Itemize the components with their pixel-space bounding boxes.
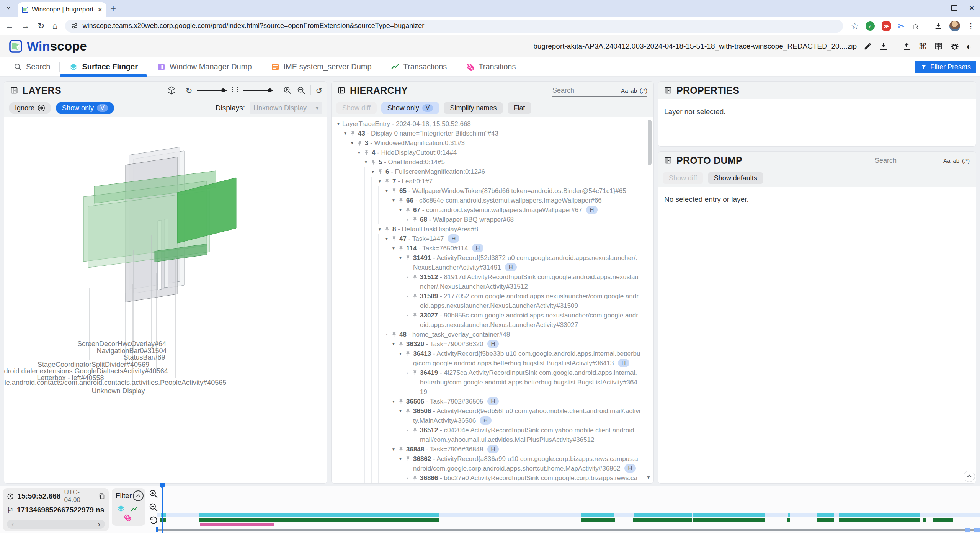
expand-arrow-icon[interactable]: ▼: [348, 138, 356, 148]
pin-icon[interactable]: [412, 475, 418, 481]
scroll-down-icon[interactable]: ▼: [646, 475, 651, 480]
pin-icon[interactable]: [391, 236, 397, 242]
tab-search[interactable]: Search: [5, 57, 59, 76]
extensions-puzzle-icon[interactable]: [911, 22, 920, 30]
pin-icon[interactable]: [364, 150, 369, 155]
extension-scissors-icon[interactable]: ✂: [898, 21, 905, 31]
tree-node[interactable]: ▼5 - OneHanded:0:14#5: [332, 157, 653, 167]
pin-icon[interactable]: [412, 427, 418, 433]
pin-icon[interactable]: [384, 226, 390, 232]
rotation-slider[interactable]: [197, 90, 227, 91]
tab-window-manager-dump[interactable]: Window Manager Dump: [147, 57, 261, 76]
expand-arrow-icon[interactable]: ▼: [390, 445, 397, 454]
transactions-trace-icon[interactable]: [130, 505, 139, 513]
zoom-in-icon[interactable]: [283, 86, 292, 95]
tree-node[interactable]: ▼36413 - ActivityRecord{f5be33b u10 com.…: [332, 349, 653, 368]
pin-icon[interactable]: [350, 131, 356, 136]
ns-timestamp-value[interactable]: 1713469852667522979 ns: [17, 506, 104, 514]
upload-icon[interactable]: [902, 42, 911, 51]
close-window-icon[interactable]: ✕: [969, 5, 975, 11]
expand-arrow-icon[interactable]: ▼: [355, 148, 363, 157]
pin-icon[interactable]: [398, 198, 404, 203]
tree-node[interactable]: ▼36862 - ActivityRecord{a836a99 u10 com.…: [332, 454, 653, 473]
minimize-icon[interactable]: [934, 10, 940, 10]
extension-speed-icon[interactable]: ≫: [882, 21, 891, 31]
pin-icon[interactable]: [412, 274, 418, 280]
shortcuts-icon[interactable]: ⌘: [918, 42, 927, 51]
surface-flinger-trace-icon[interactable]: [117, 504, 125, 513]
tree-node[interactable]: ●48 - home_task_overlay_container#48: [332, 330, 653, 339]
extension-check-icon[interactable]: ✓: [866, 21, 875, 31]
tree-node[interactable]: ▼36848 - Task=7906#36848H: [332, 445, 653, 454]
tree-node[interactable]: ▼36505 - Task=7902#36505H: [332, 397, 653, 406]
show-defaults-chip[interactable]: Show defaults: [708, 172, 763, 184]
downloads-icon[interactable]: [934, 22, 942, 30]
expand-arrow-icon[interactable]: ▼: [397, 454, 404, 464]
tree-node[interactable]: ▼65 - WallpaperWindowToken{87b6d66 token…: [332, 186, 653, 196]
download-trace-icon[interactable]: [879, 42, 888, 51]
spacing-slider[interactable]: [243, 90, 273, 91]
pin-icon[interactable]: [405, 255, 411, 261]
url-text[interactable]: winscope.teams.x20web.corp.google.com/pr…: [83, 22, 425, 30]
home-icon[interactable]: ⌂: [52, 21, 57, 31]
transitions-trace-icon[interactable]: [123, 513, 132, 522]
expand-arrow-icon[interactable]: ▼: [390, 397, 397, 406]
expand-arrow-icon[interactable]: ▼: [390, 244, 397, 253]
timestamp-value[interactable]: 15:50:52.668: [17, 492, 60, 500]
tree-node[interactable]: ▼7 - Leaf:0:1#7: [332, 177, 653, 186]
tree-node[interactable]: ●36512 - c04204e ActivityRecordInputSink…: [332, 425, 653, 445]
tree-node[interactable]: ▼67 - com.android.systemui.wallpapers.Im…: [332, 205, 653, 215]
expand-arrow-icon[interactable]: ▼: [397, 406, 404, 416]
simplify-names-chip[interactable]: Simplify names: [444, 102, 503, 114]
ignore-chip[interactable]: Ignore: [9, 102, 51, 114]
pin-icon[interactable]: [405, 456, 411, 462]
pin-icon[interactable]: [371, 159, 376, 165]
bug-report-icon[interactable]: [950, 42, 959, 51]
expand-arrow-icon[interactable]: ▼: [335, 119, 342, 129]
expand-arrow-icon[interactable]: ▼: [383, 234, 390, 244]
pin-icon[interactable]: [391, 188, 397, 194]
hierarchy-scrollbar[interactable]: [648, 120, 652, 165]
pin-icon[interactable]: [357, 140, 363, 146]
expand-arrow-icon[interactable]: ▼: [362, 157, 370, 167]
expand-arrow-icon[interactable]: ▼: [376, 177, 384, 186]
human-time-row[interactable]: 15:50:52.668 UTC-04:00: [7, 490, 105, 502]
tree-node[interactable]: ▼31491 - ActivityRecord{52d3872 u0 com.g…: [332, 253, 653, 272]
tree-node[interactable]: ●31512 - 81917d ActivityRecordInputSink …: [332, 272, 653, 291]
timeline-zoom-in-icon[interactable]: [149, 489, 158, 499]
match-word-icon[interactable]: ab: [953, 157, 959, 164]
spacing-slider-handle[interactable]: [268, 88, 272, 92]
spacing-icon[interactable]: [231, 86, 239, 95]
ns-time-row[interactable]: ⚐ 1713469852667522979 ns: [7, 504, 105, 516]
tree-node[interactable]: ▼LayerTraceEntry - 2024-04-18, 15:50:52.…: [332, 119, 653, 129]
tree-node[interactable]: ●36419 - 4f275ca ActivityRecordInputSink…: [332, 368, 653, 397]
regex-icon[interactable]: (.*): [962, 157, 970, 164]
tree-node[interactable]: ▼36506 - ActivityRecord{9edb56f u0 com.y…: [332, 406, 653, 425]
tree-node[interactable]: ▼8 - DefaultTaskDisplayArea#8: [332, 224, 653, 234]
show-only-visible-chip[interactable]: Show only V: [56, 102, 114, 114]
tree-node[interactable]: ●33027 - 90b855c com.google.android.apps…: [332, 311, 653, 330]
layers-3d-canvas[interactable]: ScreenDecorHwcOverlay#64NavigationBar0#3…: [4, 117, 327, 483]
pin-icon[interactable]: [398, 341, 404, 347]
expand-arrow-icon[interactable]: ▼: [383, 186, 390, 196]
tab-ime-system-server-dump[interactable]: IME system_server Dump: [261, 57, 381, 76]
match-word-icon[interactable]: ab: [630, 87, 637, 94]
tree-node[interactable]: ▼6 - FullscreenMagnification:0:12#6: [332, 167, 653, 177]
next-entry-button[interactable]: ›: [98, 520, 100, 529]
pin-icon[interactable]: [412, 370, 418, 376]
tree-node[interactable]: ▼66 - c6c854e com.android.systemui.wallp…: [332, 196, 653, 205]
tab-transitions[interactable]: Transitions: [456, 57, 525, 76]
pin-icon[interactable]: [412, 217, 418, 222]
bookmark-star-icon[interactable]: ☆: [851, 21, 859, 31]
pin-icon[interactable]: [398, 399, 404, 404]
expand-arrow-icon[interactable]: ▼: [341, 129, 349, 138]
back-icon[interactable]: ←: [5, 21, 14, 31]
expand-arrow-icon[interactable]: ▼: [390, 196, 397, 205]
3d-view-cube-icon[interactable]: [167, 86, 176, 95]
tree-node[interactable]: ▼43 - Display 0 name="Integrierter Bilds…: [332, 129, 653, 138]
expand-arrow-icon[interactable]: ▼: [397, 253, 404, 263]
pin-icon[interactable]: [412, 293, 418, 299]
documentation-book-icon[interactable]: [934, 42, 943, 51]
tree-node[interactable]: ●31509 - 2177052 com.google.android.apps…: [332, 291, 653, 311]
show-only-visible-chip[interactable]: Show only V: [381, 102, 439, 114]
